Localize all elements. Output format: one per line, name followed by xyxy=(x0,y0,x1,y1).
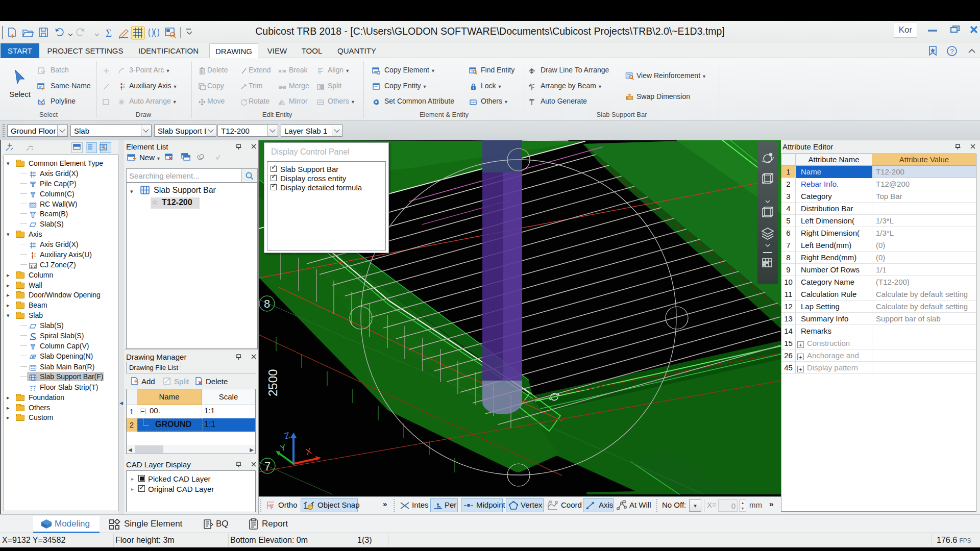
svg-text:?: ? xyxy=(950,47,954,55)
svg-text:2500: 2500 xyxy=(266,369,280,396)
svg-text:2: 2 xyxy=(34,263,36,268)
svg-text:1: 1 xyxy=(30,263,33,268)
svg-text:7: 7 xyxy=(264,460,271,472)
svg-text:8: 8 xyxy=(264,297,270,310)
